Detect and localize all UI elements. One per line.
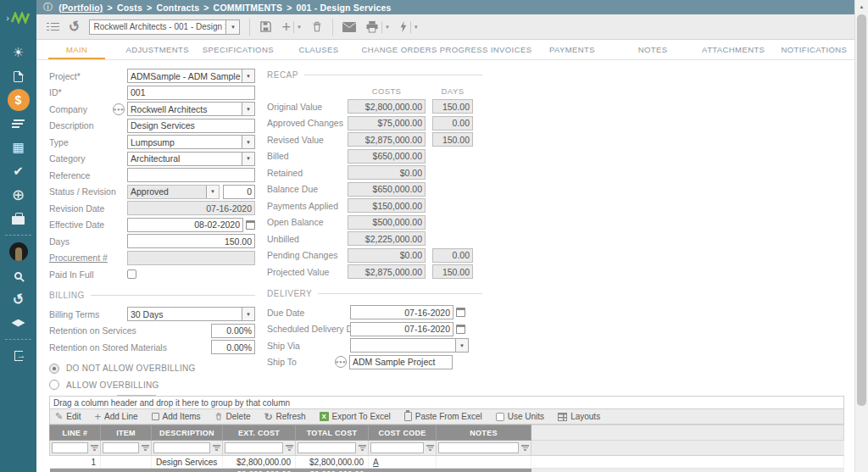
layouts-button[interactable]: Layouts [558,412,600,421]
chevron-down-icon[interactable]: ▼ [293,21,302,33]
column-header-ext-cost[interactable]: EXT. COST [223,425,296,441]
ship-to-lookup-button[interactable]: ●●● [335,356,347,368]
scrollbar-thumb[interactable] [857,14,866,406]
sidebar-item-profile[interactable] [0,240,36,264]
chevron-down-icon[interactable]: ▼ [242,69,254,82]
group-by-bar[interactable]: Drag a column header and drop it here to… [49,396,844,409]
chevron-expand-icon[interactable]: › [6,13,9,23]
vertical-scrollbar[interactable]: ▲ [854,0,868,472]
cell-notes[interactable] [437,456,531,469]
revision-field[interactable] [223,185,255,199]
filter-item-input[interactable] [103,442,139,453]
refresh-button[interactable]: ↻Refresh [264,412,305,422]
tab-specifications[interactable]: SPECIFICATIONS [198,40,278,59]
numbered-list-icon[interactable] [47,20,59,33]
project-select[interactable]: ADMSample - ADM Sample Project▼ [127,69,255,83]
filter-funnel-icon[interactable] [521,445,529,451]
column-header-notes[interactable]: NOTES [437,425,531,441]
add-button[interactable]: +▼ [281,19,301,35]
sidebar-logo[interactable]: › [0,0,36,36]
id-field[interactable] [127,86,255,100]
history-icon[interactable]: ↺ [66,17,82,36]
chevron-down-icon[interactable]: ▼ [455,339,468,352]
calendar-icon[interactable] [456,325,465,334]
filter-cost-code-input[interactable] [370,442,424,453]
type-select[interactable]: Lumpsump▼ [127,135,255,149]
use-units-checkbox[interactable] [496,413,504,421]
add-items-button[interactable]: Add Items [152,412,201,421]
sidebar-item-company[interactable]: ▦ [0,136,36,159]
breadcrumb-portfolio[interactable]: (Portfolio) [58,3,103,13]
sidebar-item-projects[interactable] [0,207,36,230]
cost-code-link[interactable]: A [373,458,379,467]
ship-via-select[interactable]: ▼ [350,338,469,353]
overbilling-no-radio[interactable] [49,364,59,374]
scroll-up-arrow[interactable]: ▲ [855,0,868,13]
cell-ext-cost[interactable]: $2,800,000.00 [223,456,296,469]
category-select[interactable]: Architectural▼ [127,152,255,166]
sidebar-item-signout[interactable] [0,344,36,368]
tab-payments[interactable]: PAYMENTS [531,40,612,59]
filter-funnel-icon[interactable] [142,445,149,451]
chevron-down-icon[interactable]: ▼ [242,136,254,148]
sidebar-item-reports[interactable] [0,112,36,136]
save-button[interactable] [259,20,272,33]
effective-date-field[interactable] [127,218,243,232]
paid-in-full-checkbox[interactable] [127,269,136,279]
due-date-field[interactable] [350,305,453,319]
chevron-down-icon[interactable]: ▼ [410,21,419,33]
filter-total-cost-input[interactable] [298,442,356,453]
email-button[interactable] [342,22,356,32]
overbilling-yes-radio[interactable] [49,380,59,390]
scheduled-delivery-field[interactable] [350,322,453,336]
chevron-down-icon[interactable]: ▼ [242,103,254,115]
filter-ext-cost-input[interactable] [225,442,283,453]
use-units-toggle[interactable]: Use Units [496,412,544,421]
filter-funnel-icon[interactable] [91,445,98,451]
chevron-down-icon[interactable]: ▼ [242,153,254,165]
sidebar-item-tasks[interactable]: ✔ [0,159,36,183]
chevron-down-icon[interactable]: ▼ [242,308,254,320]
sidebar-item-history[interactable]: ↺ [0,287,36,311]
column-header-total-cost[interactable]: TOTAL COST [296,425,369,441]
description-field[interactable] [127,119,255,133]
company-lookup-button[interactable]: ●●● [113,103,125,115]
filter-funnel-icon[interactable] [359,445,366,451]
retention-services-field[interactable] [211,324,255,338]
column-header-line[interactable]: LINE # [50,425,101,441]
table-row[interactable]: 1 Design Services $2,800,000.00 $2,800,0… [50,456,844,469]
ship-to-field[interactable] [349,355,453,369]
calendar-icon[interactable] [456,308,465,317]
sidebar-item-documents[interactable] [0,64,36,88]
column-header-cost-code[interactable]: COST CODE [369,425,437,441]
tab-clauses[interactable]: CLAUSES [278,40,359,59]
cell-line-number[interactable]: 1 [50,456,101,469]
column-header-item[interactable]: ITEM [101,425,152,441]
edit-button[interactable]: ✎Edit [55,412,81,421]
filter-funnel-icon[interactable] [426,445,434,451]
sidebar-item-insights[interactable]: ☀ [0,41,36,64]
sidebar-item-costs[interactable]: $ [0,88,36,112]
cell-description[interactable]: Design Services [152,456,223,469]
filter-funnel-icon[interactable] [286,445,293,451]
billing-terms-select[interactable]: 30 Days▼ [127,307,255,321]
actions-button[interactable]: ▼ [399,20,419,33]
filter-funnel-icon[interactable] [213,445,220,451]
tab-attachments[interactable]: ATTACHMENTS [693,40,774,59]
filter-line-input[interactable] [52,442,88,453]
sidebar-item-web[interactable]: ⊕ [0,183,36,207]
info-icon[interactable]: ⓘ [43,1,53,14]
column-header-description[interactable]: DESCRIPTION [152,425,223,441]
chevron-down-icon[interactable]: ▼ [381,21,390,33]
tab-notes[interactable]: NOTES [613,40,693,59]
sidebar-item-learning[interactable] [0,311,36,335]
paste-excel-button[interactable]: Paste From Excel [404,412,482,421]
cell-total-cost[interactable]: $2,800,000.00 [296,456,369,469]
filter-description-input[interactable] [153,442,210,453]
chevron-down-icon[interactable]: ▼ [206,186,219,198]
tab-progress-invoices[interactable]: PROGRESS INVOICES [440,40,532,59]
sidebar-item-search[interactable] [0,264,36,287]
tab-adjustments[interactable]: ADJUSTMENTS [117,40,198,59]
print-button[interactable]: ▼ [365,20,390,33]
company-select[interactable]: Rockwell Architects▼ [127,102,255,116]
